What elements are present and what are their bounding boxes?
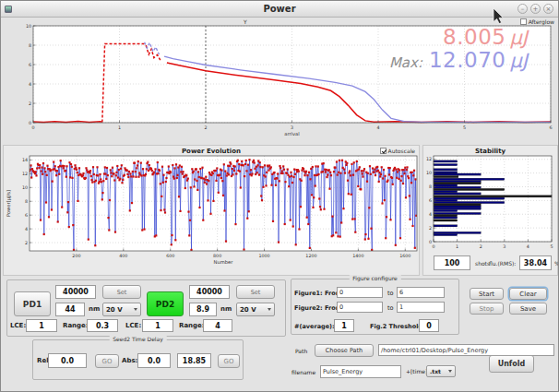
svg-text:6: 6 bbox=[429, 198, 432, 203]
shots-input[interactable]: 100 bbox=[434, 255, 470, 270]
maximize-button[interactable]: + bbox=[530, 4, 541, 14]
pd2-nm-label: nm bbox=[220, 305, 232, 313]
pd-config-panel: PD1 40000 Set 44 nm 20 V PD2 40000 Set 8… bbox=[6, 279, 286, 337]
svg-text:Power[µJ/s]: Power[µJ/s] bbox=[6, 190, 12, 217]
pd1-gain-input[interactable]: 40000 bbox=[55, 285, 96, 299]
figure-panel-title: Figure configure bbox=[349, 275, 400, 281]
max-energy-readout: Max: 12.070 µJ bbox=[389, 48, 528, 72]
file-extension-select[interactable]: .txt bbox=[426, 365, 456, 377]
pd1-voltage-select[interactable]: 20 V bbox=[102, 303, 141, 316]
current-energy-value: 8.005 bbox=[443, 25, 505, 49]
filename-label: filename bbox=[291, 369, 315, 375]
average-input[interactable]: 1 bbox=[334, 319, 354, 332]
svg-text:4: 4 bbox=[25, 227, 28, 232]
pd1-lce-input[interactable]: 1 bbox=[26, 319, 57, 332]
rel-delay-input[interactable]: 0.0 bbox=[48, 353, 87, 368]
pd2-button[interactable]: PD2 bbox=[147, 291, 184, 316]
svg-text:1: 1 bbox=[118, 125, 121, 130]
current-energy-unit: µJ bbox=[509, 27, 528, 49]
pd1-lce-label: LCE: bbox=[10, 322, 26, 329]
pd2-voltage-select[interactable]: 20 V bbox=[236, 303, 275, 316]
svg-text:8: 8 bbox=[25, 199, 28, 204]
svg-text:1000: 1000 bbox=[258, 254, 269, 258]
rms-input[interactable]: 38.04 bbox=[519, 255, 552, 270]
abs-go-button[interactable]: GO bbox=[218, 354, 240, 368]
pd2-set-button[interactable]: Set bbox=[236, 285, 275, 299]
stop-button[interactable]: Stop bbox=[470, 303, 504, 315]
pd2-lce-label: LCE: bbox=[125, 322, 141, 329]
svg-text:6: 6 bbox=[25, 213, 28, 218]
svg-text:3: 3 bbox=[291, 125, 293, 130]
figure2-from-label: Figure2: From bbox=[294, 304, 341, 312]
svg-text:6: 6 bbox=[29, 63, 31, 67]
pd1-button[interactable]: PD1 bbox=[14, 291, 51, 316]
minimize-button[interactable]: – bbox=[517, 4, 528, 14]
pd1-range-input[interactable]: 0.3 bbox=[87, 319, 118, 332]
svg-text:14: 14 bbox=[22, 158, 28, 162]
rel-go-button[interactable]: GO bbox=[95, 354, 119, 368]
svg-text:2: 2 bbox=[480, 244, 482, 249]
power-evolution-chart: 20040060080010001200140016002468101214Nu… bbox=[4, 146, 419, 275]
abs-delay-input[interactable]: 0.0 bbox=[137, 353, 171, 368]
svg-text:200: 200 bbox=[72, 254, 80, 258]
svg-text:5: 5 bbox=[550, 244, 553, 249]
path-label: Path bbox=[295, 348, 307, 354]
stability-chart: 012345024681012 bbox=[423, 146, 557, 255]
svg-text:1400: 1400 bbox=[352, 254, 363, 258]
threshold-input[interactable]: 0 bbox=[419, 319, 439, 332]
pd2-voltage-value: 20 V bbox=[240, 306, 256, 314]
pd1-voltage-value: 20 V bbox=[106, 306, 123, 314]
time-suffix-label: +[time] bbox=[406, 368, 427, 374]
pd1-set-button[interactable]: Set bbox=[102, 285, 141, 299]
choose-path-button[interactable]: Choose Path bbox=[315, 344, 374, 357]
svg-text:10: 10 bbox=[26, 24, 31, 29]
svg-text:Number: Number bbox=[214, 259, 234, 265]
svg-text:0: 0 bbox=[429, 240, 432, 244]
svg-text:1600: 1600 bbox=[399, 254, 410, 258]
svg-text:0: 0 bbox=[432, 244, 434, 249]
svg-text:2: 2 bbox=[29, 101, 31, 106]
svg-text:800: 800 bbox=[213, 254, 221, 258]
chevron-down-icon bbox=[134, 308, 137, 311]
figure2-to-input[interactable]: 1 bbox=[397, 302, 445, 313]
unfold-button[interactable]: Unfold bbox=[489, 355, 534, 373]
rms-label: flu.(RMS): bbox=[489, 260, 516, 267]
svg-text:4: 4 bbox=[376, 125, 379, 130]
mouse-cursor bbox=[493, 7, 504, 24]
afterglow-section: Afterglow Y 01234560246810arrival 8.005 … bbox=[3, 18, 558, 144]
svg-text:600: 600 bbox=[166, 254, 174, 258]
chevron-down-icon bbox=[448, 370, 452, 373]
abs-label: Abs: bbox=[122, 357, 137, 364]
stability-section: Stability 012345024681012 100 shots flu.… bbox=[422, 145, 558, 276]
figure1-to-input[interactable]: 6 bbox=[397, 287, 445, 298]
threshold-label: Fig.2 Threshold: bbox=[370, 323, 425, 330]
svg-text:0: 0 bbox=[31, 125, 34, 130]
svg-text:3: 3 bbox=[503, 244, 505, 249]
pd2-lce-input[interactable]: 1 bbox=[142, 319, 173, 332]
svg-text:5: 5 bbox=[463, 125, 466, 130]
clear-button[interactable]: Clear bbox=[509, 288, 547, 300]
svg-text:12: 12 bbox=[426, 157, 432, 161]
start-button[interactable]: Start bbox=[470, 288, 504, 300]
save-button[interactable]: Save bbox=[509, 303, 547, 315]
file-extension-value: .txt bbox=[430, 368, 441, 374]
close-button[interactable]: × bbox=[543, 4, 553, 14]
pd2-range-input[interactable]: 4 bbox=[203, 319, 232, 332]
figure-configure-panel: Figure configure Figure1: From 0 to 6 Fi… bbox=[291, 279, 459, 335]
window-titlebar[interactable]: Power – + × bbox=[1, 1, 558, 18]
shots-label: shots bbox=[475, 260, 490, 267]
figure2-from-input[interactable]: 0 bbox=[337, 302, 383, 313]
pd2-gain-input[interactable]: 40000 bbox=[189, 285, 230, 299]
seed2-delay-panel: Seed2 Time Delay Rel: 0.0 GO Abs: 0.0 18… bbox=[32, 339, 244, 380]
figure1-from-input[interactable]: 0 bbox=[337, 287, 383, 298]
figure2-to-label: to bbox=[387, 304, 394, 312]
average-label: #(average): bbox=[294, 323, 335, 330]
svg-text:10: 10 bbox=[426, 171, 432, 175]
max-energy-unit: µJ bbox=[509, 50, 528, 72]
filename-input[interactable]: Pulse_Energy bbox=[320, 365, 401, 378]
power-window: Power – + × Afterglow Y 01234560246810ar… bbox=[0, 0, 559, 392]
pd1-wavelength-input[interactable]: 44 bbox=[55, 303, 85, 316]
svg-text:10: 10 bbox=[22, 185, 28, 190]
max-label: Max: bbox=[389, 54, 422, 71]
pd2-wavelength-input[interactable]: 8.9 bbox=[189, 303, 217, 316]
